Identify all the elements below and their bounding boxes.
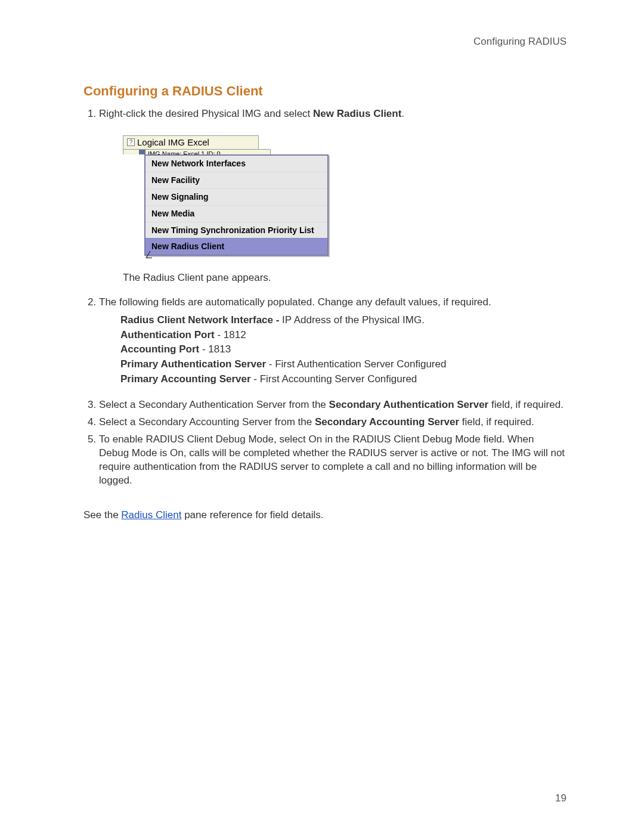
field-rni-value: IP Address of the Physical IMG.	[279, 314, 424, 326]
field-auth-port-label: Authentication Port	[120, 329, 215, 340]
page-number: 19	[555, 792, 566, 804]
steps-list: Right-click the desired Physical IMG and…	[99, 107, 566, 488]
field-rni-label: Radius Client Network Interface -	[120, 314, 279, 326]
step-1-text-b: .	[401, 108, 404, 119]
radius-client-link[interactable]: Radius Client	[121, 509, 181, 521]
field-rni: Radius Client Network Interface - IP Add…	[120, 313, 566, 328]
field-auth-port-value: - 1812	[215, 329, 246, 340]
tree-node-logical-img: ? Logical IMG Excel	[123, 135, 259, 149]
step-2-intro: The following fields are automatically p…	[99, 296, 491, 308]
step-5: To enable RADIUS Client Debug Mode, sele…	[99, 433, 566, 488]
step-3a: Select a Secondary Authentication Server…	[99, 399, 329, 410]
ctx-item-new-signaling[interactable]: New Signaling	[145, 188, 327, 205]
field-primary-auth-label: Primary Authentication Server	[120, 358, 266, 370]
field-acct-port-label: Accounting Port	[120, 343, 199, 355]
running-header: Configuring RADIUS	[83, 36, 566, 48]
tree-leaf-icon	[139, 150, 145, 154]
ctx-item-new-media[interactable]: New Media	[145, 205, 327, 222]
ctx-item-new-timing-sync[interactable]: New Timing Synchronization Priority List	[145, 222, 327, 239]
context-menu-figure: ? Logical IMG Excel IMG Name: Excel 1 ID…	[123, 135, 566, 256]
tree-node-label: Logical IMG Excel	[137, 137, 209, 148]
field-primary-acct-label: Primary Accounting Server	[120, 373, 251, 385]
step-4: Select a Secondary Accounting Server fro…	[99, 416, 566, 429]
field-definitions: Radius Client Network Interface - IP Add…	[120, 313, 566, 386]
tree-sub-label: IMG Name: Excel 1 ID: 0	[148, 150, 221, 154]
step-4a: Select a Secondary Accounting Server fro…	[99, 416, 315, 428]
step-1-bold: New Radius Client	[313, 108, 401, 119]
step-2: The following fields are automatically p…	[99, 296, 566, 386]
footer-before: See the	[83, 509, 121, 521]
ctx-item-new-facility[interactable]: New Facility	[145, 172, 327, 188]
step-4c: field, if required.	[459, 416, 534, 428]
step-3b: Secondary Authentication Server	[329, 399, 489, 410]
field-acct-port: Accounting Port - 1813	[120, 342, 566, 357]
step-3: Select a Secondary Authentication Server…	[99, 398, 566, 412]
field-auth-port: Authentication Port - 1812	[120, 328, 566, 343]
step-1-text-a: Right-click the desired Physical IMG and…	[99, 108, 313, 119]
ctx-item-new-network-interfaces[interactable]: New Network Interfaces	[145, 156, 327, 172]
step-4b: Secondary Accounting Server	[315, 416, 459, 428]
step-1: Right-click the desired Physical IMG and…	[99, 107, 566, 285]
tree-collapse-icon: ?	[127, 138, 135, 146]
section-title: Configuring a RADIUS Client	[83, 83, 566, 99]
context-menu: New Network Interfaces New Facility New …	[144, 154, 329, 256]
tree-node-img-name: IMG Name: Excel 1 ID: 0	[123, 149, 271, 154]
field-acct-port-value: - 1813	[199, 343, 231, 355]
field-primary-auth: Primary Authentication Server - First Au…	[120, 357, 566, 372]
footer-after: pane reference for field details.	[181, 509, 323, 521]
ctx-item-new-radius-client[interactable]: New Radius Client	[145, 238, 327, 255]
field-primary-acct-value: - First Accounting Server Configured	[251, 373, 417, 385]
footer-reference: See the Radius Client pane reference for…	[83, 509, 566, 521]
step-3c: field, if required.	[488, 399, 564, 410]
step-1-result: The Radius Client pane appears.	[123, 271, 566, 285]
field-primary-auth-value: - First Authentication Server Configured	[266, 358, 446, 370]
field-primary-acct: Primary Accounting Server - First Accoun…	[120, 372, 566, 387]
